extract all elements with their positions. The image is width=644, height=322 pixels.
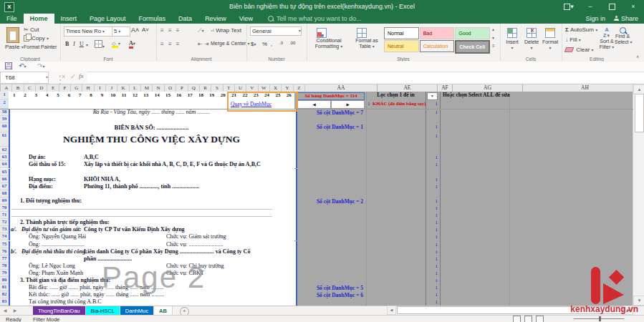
sort-filter-button[interactable]: AZ▼Sort &Filter ▾ [599,27,615,50]
col-header-Q[interactable]: Q [188,84,200,92]
tab-formulas[interactable]: Formulas [133,14,173,24]
format-cells-button[interactable]: Format▾ [541,28,559,51]
name-box[interactable]: T68 [0,72,49,84]
tab-review[interactable]: Review [198,14,233,24]
col-header-D[interactable]: D [36,84,47,92]
paste-button[interactable]: Paste ▾ [5,44,24,50]
cell-row1-col19[interactable]: 19 [206,92,217,99]
cell-row1-col13[interactable]: 13 [140,92,151,99]
col-header-A[interactable]: A [1,84,12,92]
formula-input[interactable] [87,72,644,83]
style-check-cell[interactable]: Check Cell [455,40,490,54]
col-header-K[interactable]: K [117,84,129,92]
cell-row1-col17[interactable]: 17 [185,92,196,99]
cell-row1-col9[interactable]: 9 [97,92,107,99]
doc-line-68[interactable] [9,190,297,197]
spinner-left-button[interactable]: ◀ [297,100,331,109]
delete-cells-button[interactable]: ✕Delete▾ [522,28,541,51]
number-format-dropdown[interactable]: ▾ [299,28,301,33]
col-header-AE[interactable]: AE [378,84,438,92]
restore-button[interactable] [601,0,623,14]
orientation-button[interactable]: ⟋▾ [198,27,204,34]
select-all-corner[interactable] [0,84,1,92]
underline-dropdown[interactable]: ▾ [86,42,88,47]
doc-line-75[interactable]: Ông: ..............................Chức … [9,241,297,248]
cut-button[interactable]: ✂ Cut [24,26,39,33]
cell-row1-col1[interactable]: 1 [9,92,19,99]
align-left-icon[interactable]: ≡ ≡ ≡ [160,41,181,47]
col-header-G[interactable]: G [71,84,82,92]
cancel-icon[interactable]: × [62,73,65,80]
col-header-O[interactable]: O [165,84,176,92]
normal-view-icon[interactable] [513,316,521,322]
col-header-AA[interactable]: AA [305,84,378,92]
wrap-text-button[interactable]: ⏎ Wrap Text [211,27,241,34]
page-layout-view-icon[interactable] [524,316,532,322]
col-header-M[interactable]: M [141,84,153,92]
autosum-button[interactable]: Σ AutoSum ▾ [565,26,597,33]
col-header-AG[interactable]: AG [453,84,523,92]
doc-line-59[interactable] [9,116,297,123]
save-button[interactable] [5,62,12,71]
merge-center-button[interactable]: Merge & Center ▾ [211,41,249,46]
undo-button[interactable]: ↶▾ [19,62,27,69]
spinner-right-button[interactable]: ▶ [331,100,365,109]
format-as-table-button[interactable]: Format asTable ▾ [351,28,383,49]
format-painter-button[interactable]: Format Painter [24,44,57,49]
col-header-X[interactable]: X [270,84,282,92]
italic-button[interactable]: I [73,41,75,47]
cell-row1-col15[interactable]: 15 [163,92,173,99]
col-header-C[interactable]: C [24,84,36,92]
col-header-H[interactable]: H [82,84,94,92]
tab-file[interactable]: File [0,14,24,24]
shrink-font-button[interactable]: A˅ [142,26,149,33]
col-header-U[interactable]: U [235,84,246,92]
doc-line-61[interactable]: NGHIỆM THU CÔNG VIỆC XÂY DỰNG [9,132,297,147]
font-name-select[interactable]: Times New Ro ▾ [64,26,112,36]
clear-button[interactable]: Clear ▾ [565,47,594,53]
zoom-slider-knob[interactable] [599,316,601,321]
doc-line-72[interactable]: 2. Thành phần trực tiếp nghiệm thu: [9,219,297,226]
tab-data[interactable]: Data [172,14,198,24]
danhmuc-row-count-box[interactable]: Số hàng DanhMục = 114 [297,92,365,100]
hscroll-left-icon[interactable]: ◀ [387,306,396,315]
tell-me-box[interactable]: Tell me what you want to do... [259,14,362,24]
align-top-icon[interactable]: ≡ ≡ ≡ [160,27,181,34]
enter-icon[interactable]: ✓ [70,73,76,80]
collapse-ribbon-icon[interactable]: ∧ [636,54,639,59]
close-button[interactable]: × [623,0,644,14]
doc-line-69[interactable]: 1. Đối tượng nghiệm thu: [9,197,297,205]
cell-row1-col6[interactable]: 6 [64,92,75,99]
col-header-F[interactable]: F [59,84,71,92]
indent-icons[interactable]: ⇤ ⇥ [198,41,209,47]
col-header-E[interactable]: E [47,84,59,92]
tab-view[interactable]: View [233,14,259,24]
insert-function-icon[interactable]: fx [79,72,84,79]
cell-row1-col18[interactable]: 18 [196,92,206,99]
col-header-P[interactable]: P [176,84,188,92]
doc-line-70[interactable]: ........................................… [9,205,297,212]
style-calculation[interactable]: Calculation [420,40,455,52]
doc-line-66[interactable]: Hạng mục:KHỐI NHÀ A, [9,176,297,183]
insert-cells-button[interactable]: Insert▾ [503,28,522,51]
cell-row1-col5[interactable]: 5 [52,92,63,99]
comma-style-button[interactable]: , [271,41,272,47]
col-header-W[interactable]: W [259,84,270,92]
page-break-view-icon[interactable] [536,316,544,322]
ribbon-display-options-icon[interactable]: ▾ [558,0,580,14]
col-header-T[interactable]: T [224,84,235,92]
font-color-button[interactable]: A▾ [129,40,135,49]
col-header-B[interactable]: B [12,84,24,92]
copy-button[interactable]: Copy ▾ [24,35,49,42]
tab-insert[interactable]: Insert [54,14,84,24]
tab-page-layout[interactable]: Page Layout [83,14,133,24]
col-header-S[interactable]: S [211,84,223,92]
percent-style-button[interactable]: % [262,41,267,47]
underline-button[interactable]: U [80,41,84,47]
share-button[interactable]: Share [614,15,638,22]
styles-scroll-down-icon[interactable]: ▾ [492,35,494,40]
font-size-select[interactable]: 5 ▾ [112,26,130,36]
style-normal[interactable]: Normal [384,27,419,39]
increase-decimal-button[interactable]: .0 [279,41,283,45]
back-to-danhmuc-link[interactable]: Quay về DanhMục [231,101,271,107]
